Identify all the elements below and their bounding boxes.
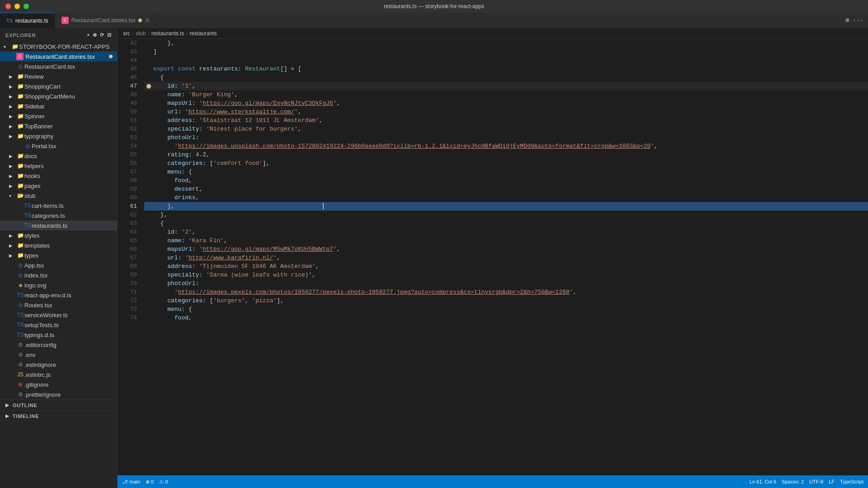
file-label: .eslintrc.js — [24, 371, 51, 378]
sidebar-header-actions: + ⊕ ⟳ ⊟ — [87, 32, 112, 38]
tab-close-button[interactable]: ✕ — [145, 17, 150, 24]
sidebar-item-templates[interactable]: ▶ 📁 templates — [0, 240, 117, 250]
folder-icon: 📁 — [16, 183, 24, 189]
tab-restaurants-ts[interactable]: TS restaurants.ts — [0, 13, 55, 28]
chevron-right-icon: ▶ — [9, 124, 16, 129]
ts-icon: TS — [24, 202, 32, 209]
breadcrumb: src › stub › restaurants.ts › restaurant… — [118, 28, 868, 39]
sidebar-item-typography[interactable]: ▶ 📁 typography — [0, 131, 117, 141]
sidebar-item-topbanner[interactable]: ▶ 📁 TopBanner — [0, 121, 117, 131]
sidebar-item-portal[interactable]: ◇ Portal.tsx — [0, 141, 117, 151]
sidebar-item-helpers[interactable]: ▶ 📁 helpers — [0, 161, 117, 171]
code-line-69: specialty: 'Sarma (wine leafs with rice)… — [144, 271, 868, 279]
file-label: Routes.tsx — [24, 302, 52, 309]
maximize-button[interactable] — [24, 4, 29, 9]
editor-area: src › stub › restaurants.ts › restaurant… — [118, 28, 868, 488]
code-line-66: mapsUrl: 'https://goo.gl/maps/M5wMk7oKUn… — [144, 245, 868, 253]
minimize-button[interactable] — [14, 4, 20, 9]
warning-count[interactable]: ⚠ 0 — [159, 479, 168, 485]
split-editor-icon[interactable]: ⊞ — [846, 17, 849, 24]
new-folder-icon[interactable]: ⊕ — [93, 32, 97, 38]
code-line-58: food, — [144, 176, 868, 185]
more-actions-icon[interactable]: ··· — [853, 17, 863, 24]
project-root-label: STORYBOOK-FOR-REACT-APPS — [19, 43, 109, 50]
chevron-down-icon: ▾ — [9, 193, 16, 198]
sidebar-item-docs[interactable]: ▶ 📁 docs — [0, 151, 117, 161]
chevron-right-icon: ▶ — [9, 154, 16, 159]
sidebar-item-restaurantcard[interactable]: ◇ RestaurantCard.tsx — [0, 61, 117, 71]
sidebar-item-spinner[interactable]: ▶ 📁 Spinner — [0, 111, 117, 121]
sidebar-item-index-tsx[interactable]: ◇ index.tsx — [0, 270, 117, 280]
sidebar-item-project-root[interactable]: ▾ 📁 STORYBOOK-FOR-REACT-APPS — [0, 42, 117, 52]
sidebar-item-stub[interactable]: ▾ 📂 stub — [0, 191, 117, 201]
error-count[interactable]: ⊗ 0 — [146, 479, 154, 485]
file-label: restaurants.ts — [32, 222, 67, 229]
refresh-icon[interactable]: ⟳ — [100, 32, 104, 38]
new-file-icon[interactable]: + — [87, 32, 90, 38]
sidebar-item-logo-svg[interactable]: ◈ logo.svg — [0, 280, 117, 290]
code-line-51: address: 'Staalstraat 12 1011 JL Amsterd… — [144, 116, 868, 125]
sidebar-item-categories[interactable]: TS categories.ts — [0, 211, 117, 221]
sidebar-item-types[interactable]: ▶ 📁 types — [0, 250, 117, 260]
sidebar-item-shoppingcartmenu[interactable]: ▶ 📁 ShoppingCartMenu — [0, 91, 117, 101]
code-line-68: address: 'Tijnmuiden 5F 1046 AK Amsterda… — [144, 262, 868, 271]
code-container[interactable]: 42 43 44 45 46 47 48 49 50 51 52 53 54 5… — [118, 39, 868, 475]
sidebar-item-styles[interactable]: ▶ 📁 styles — [0, 230, 117, 240]
file-label: index.tsx — [24, 272, 47, 279]
chevron-right-icon: ▶ — [9, 94, 16, 99]
folder-label: ShoppingCartMenu — [24, 93, 75, 100]
sidebar-item-review[interactable]: ▶ 📁 Review — [0, 71, 117, 81]
sidebar-item-sidebar-folder[interactable]: ▶ 📁 Sidebar — [0, 101, 117, 111]
file-label: serviceWorker.ts — [24, 312, 68, 319]
sidebar-item-typings[interactable]: TS typings.d.ts — [0, 330, 117, 340]
sidebar-item-eslintrc[interactable]: JS .eslintrc.js — [0, 370, 117, 380]
sidebar-item-env[interactable]: ⚙ .env — [0, 350, 117, 360]
code-line-46: { — [144, 73, 868, 82]
eol-info[interactable]: LF — [829, 479, 835, 484]
chevron-right-icon: ▶ — [9, 134, 16, 139]
cursor-position: Ln 61, Col 6 — [750, 479, 776, 484]
window-controls[interactable] — [5, 4, 29, 9]
spaces-info[interactable]: Spaces: 2 — [782, 479, 804, 484]
sidebar-item-react-app-env[interactable]: TS react-app-env.d.ts — [0, 290, 117, 300]
collapse-icon[interactable]: ⊟ — [107, 32, 112, 38]
git-branch[interactable]: ⎇ main — [122, 479, 140, 485]
chevron-right-icon: ▶ — [5, 413, 13, 418]
file-label: setupTests.ts — [24, 322, 59, 328]
code-content[interactable]: }, ] export const restaurants: Restauran… — [142, 39, 868, 475]
sidebar-item-editorconfig[interactable]: ⚙ .editorconfig — [0, 340, 117, 350]
file-label: .editorconfig — [24, 342, 57, 348]
code-line-65: name: 'Kara Fin', — [144, 236, 868, 245]
encoding-info[interactable]: UTF-8 — [809, 479, 823, 484]
chevron-right-icon: ▶ — [9, 174, 16, 178]
language-mode[interactable]: TypeScript — [840, 479, 863, 484]
sidebar-item-prettierignore[interactable]: ⚙ .prettierignore — [0, 389, 117, 399]
chevron-right-icon: ▶ — [9, 233, 16, 238]
env-icon: ⚙ — [16, 352, 24, 358]
timeline-section-header[interactable]: ▶ TIMELINE — [0, 410, 117, 421]
code-line-44 — [144, 56, 868, 65]
close-button[interactable] — [5, 4, 11, 9]
explorer-title: EXPLORER — [5, 33, 36, 38]
code-line-57: menu: { — [144, 168, 868, 176]
code-line-72: categories: ['burgers', 'pizza'], — [144, 296, 868, 305]
code-line-50: url: 'https://www.sterkstaaltje.com/', — [144, 108, 868, 116]
sidebar-item-eslintignore[interactable]: ⚙ .eslintignore — [0, 360, 117, 370]
sidebar-item-restaurantcard-stories[interactable]: S RestaurantCard.stories.tsx — [0, 52, 117, 61]
sidebar-item-cart-items[interactable]: TS cart-items.ts — [0, 201, 117, 211]
folder-label: helpers — [24, 163, 44, 169]
sidebar-item-hooks[interactable]: ▶ 📁 hooks — [0, 171, 117, 181]
sidebar-item-app-tsx[interactable]: ◇ App.tsx — [0, 260, 117, 270]
file-label: RestaurantCard.stories.tsx — [25, 53, 95, 60]
sidebar-item-gitignore[interactable]: ⊗ .gitignore — [0, 380, 117, 389]
sidebar-item-shoppingcart[interactable]: ▶ 📁 ShoppingCart — [0, 81, 117, 91]
sidebar-item-routes[interactable]: ◇ Routes.tsx — [0, 300, 117, 310]
line-numbers: 42 43 44 45 46 47 48 49 50 51 52 53 54 5… — [118, 39, 142, 475]
sidebar-item-restaurants-ts[interactable]: TS restaurants.ts — [0, 221, 117, 230]
sidebar-item-pages[interactable]: ▶ 📁 pages — [0, 181, 117, 191]
folder-label: typography — [24, 133, 53, 140]
sidebar-item-serviceworker[interactable]: TS serviceWorker.ts — [0, 310, 117, 320]
sidebar-item-setuptests[interactable]: TS setupTests.ts — [0, 320, 117, 330]
outline-section-header[interactable]: ▶ OUTLINE — [0, 399, 117, 410]
tab-restaurantcard-stories[interactable]: S RestaurantCard.stories.tsx ✕ — [55, 13, 157, 28]
